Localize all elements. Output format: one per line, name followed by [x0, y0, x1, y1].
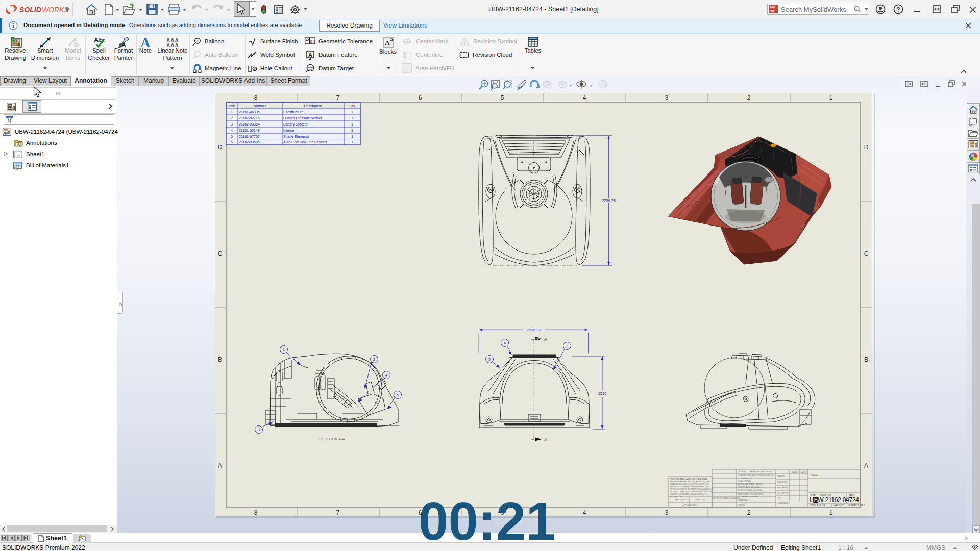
svg-text:Number: Number — [254, 104, 267, 108]
svg-text:D: D — [218, 144, 223, 151]
svg-text:2: 2 — [231, 116, 233, 120]
svg-text:1: 1 — [351, 140, 353, 144]
svg-text:5: 5 — [231, 135, 233, 138]
svg-text:DRAWN: DRAWN — [777, 475, 785, 478]
svg-text:SOLID: SOLID — [19, 6, 41, 14]
svg-text:SHEET 1 OF 1: SHEET 1 OF 1 — [848, 504, 865, 507]
svg-text:7: 7 — [336, 94, 340, 102]
svg-text:CHECKED: CHECKED — [777, 481, 787, 483]
svg-text:Item: Item — [228, 104, 235, 108]
svg-text:21162-03585: 21162-03585 — [239, 140, 260, 144]
svg-text:3: 3 — [665, 94, 669, 102]
svg-text:ENG APPR.: ENG APPR. — [777, 486, 789, 489]
svg-text:A1: A1 — [308, 68, 313, 72]
svg-text:1530: 1530 — [598, 391, 607, 396]
svg-text:5: 5 — [397, 393, 399, 397]
svg-text:Esostructure: Esostructure — [283, 110, 303, 114]
svg-text:21161-50149: 21161-50149 — [239, 129, 260, 132]
svg-text:1: 1 — [197, 39, 199, 43]
svg-text:1: 1 — [351, 122, 353, 126]
svg-text:3: 3 — [665, 509, 669, 516]
svg-text:Q.A.: Q.A. — [777, 496, 781, 499]
svg-text:1: 1 — [283, 348, 285, 352]
svg-text:6: 6 — [419, 94, 422, 102]
svg-text:1: 1 — [351, 129, 353, 132]
svg-text:4: 4 — [504, 341, 506, 345]
svg-text:NAME: NAME — [792, 471, 798, 473]
svg-text:PROPRIETARY AND CONFIDENTIAL: PROPRIETARY AND CONFIDENTIAL — [670, 478, 708, 480]
svg-text:A: A — [544, 337, 547, 342]
svg-text:7: 7 — [336, 509, 340, 516]
svg-text:21162-03354: 21162-03354 — [239, 122, 260, 126]
svg-text:PROHIBITED.: PROHIBITED. — [670, 495, 683, 498]
svg-text:C: C — [218, 250, 223, 257]
svg-text:NEXT ASSY: NEXT ASSY — [675, 498, 687, 501]
svg-text:USED ON: USED ON — [695, 498, 705, 501]
svg-text:Battery System: Battery System — [283, 122, 308, 127]
svg-text:1: 1 — [829, 94, 833, 102]
svg-text:A: A — [17, 142, 20, 147]
svg-text:1: 1 — [463, 40, 466, 45]
svg-text:FINISH: FINISH — [738, 504, 745, 506]
svg-text:TOLERANCING PER:: TOLERANCING PER: — [738, 495, 758, 498]
svg-text:4: 4 — [583, 509, 586, 516]
svg-text:8: 8 — [254, 509, 258, 516]
svg-text:8: 8 — [254, 94, 258, 102]
svg-text:5: 5 — [501, 94, 504, 102]
svg-text:1: 1 — [829, 509, 833, 516]
svg-text:1: 1 — [351, 110, 353, 114]
svg-text:FRACTIONAL: FRACTIONAL — [738, 480, 751, 482]
svg-text:THREE PLACE DECIMAL: THREE PLACE DECIMAL — [738, 489, 763, 491]
svg-text:4: 4 — [583, 94, 586, 102]
svg-text:APPLICATION: APPLICATION — [682, 504, 696, 506]
svg-text:2: 2 — [373, 358, 375, 361]
svg-text:Interior: Interior — [283, 129, 295, 132]
svg-text:SCALE: 1:34: SCALE: 1:34 — [810, 504, 825, 507]
svg-text:D: D — [864, 144, 869, 151]
svg-text:2786.25: 2786.25 — [602, 198, 616, 203]
svg-text:5: 5 — [488, 358, 491, 361]
svg-text:WEIGHT:: WEIGHT: — [834, 504, 844, 507]
svg-text:?: ? — [896, 6, 900, 13]
svg-text:Abc: Abc — [94, 36, 105, 44]
svg-text:6: 6 — [231, 140, 233, 144]
svg-text:2316.23: 2316.23 — [527, 328, 541, 332]
svg-text:A: A — [544, 437, 547, 442]
svg-text:SECTION A-A: SECTION A-A — [321, 437, 345, 441]
svg-text:3: 3 — [231, 122, 233, 126]
svg-text:0.3: 0.3 — [310, 39, 315, 44]
svg-text:1: 1 — [351, 116, 353, 120]
svg-text:DO NOT SCALE DRAWING: DO NOT SCALE DRAWING — [713, 497, 740, 499]
svg-text:3: 3 — [258, 428, 260, 432]
svg-text:21161-46335: 21161-46335 — [239, 110, 260, 114]
svg-text:B: B — [218, 356, 222, 363]
svg-text:A: A — [3, 130, 7, 136]
svg-text:Human Pressure Vessel: Human Pressure Vessel — [283, 116, 322, 120]
svg-text:MFG APPR.: MFG APPR. — [777, 492, 789, 494]
svg-text:A: A — [308, 52, 312, 58]
svg-text:1: 1 — [351, 135, 353, 138]
svg-text:1: 1 — [231, 110, 233, 114]
svg-text:B: B — [864, 356, 868, 363]
svg-text:TWO PLACE DECIMAL: TWO PLACE DECIMAL — [738, 486, 761, 488]
svg-text:C: C — [864, 250, 869, 257]
svg-text:TITLE:: TITLE: — [810, 473, 819, 477]
svg-text:2: 2 — [747, 509, 751, 516]
svg-text:21161-67757: 21161-67757 — [239, 135, 260, 138]
svg-text:4: 4 — [385, 373, 387, 377]
svg-text:Qty: Qty — [350, 104, 355, 108]
svg-text:DIMENSIONS ARE IN MILLIMETERS: DIMENSIONS ARE IN MILLIMETERS — [738, 474, 774, 477]
svg-text:ANGULAR: MACH BEND: ANGULAR: MACH BEND — [738, 483, 762, 485]
svg-text:Description: Description — [304, 104, 322, 108]
svg-text:21162-02715: 21162-02715 — [239, 116, 260, 120]
svg-text:2: 2 — [566, 344, 568, 348]
svg-text:A: A — [385, 39, 390, 46]
svg-text:4: 4 — [231, 129, 233, 132]
svg-text:DATE: DATE — [801, 471, 806, 473]
svg-text:A: A — [218, 462, 222, 469]
svg-text:UNLESS OTHERWISE SPECIFIED:: UNLESS OTHERWISE SPECIFIED: — [738, 470, 772, 473]
svg-text:2: 2 — [747, 94, 751, 102]
svg-text:Shape Elements: Shape Elements — [283, 135, 310, 139]
svg-text:B: B — [814, 497, 818, 503]
svg-text:Auto Com Nav Loc Devices: Auto Com Nav Loc Devices — [283, 140, 327, 144]
